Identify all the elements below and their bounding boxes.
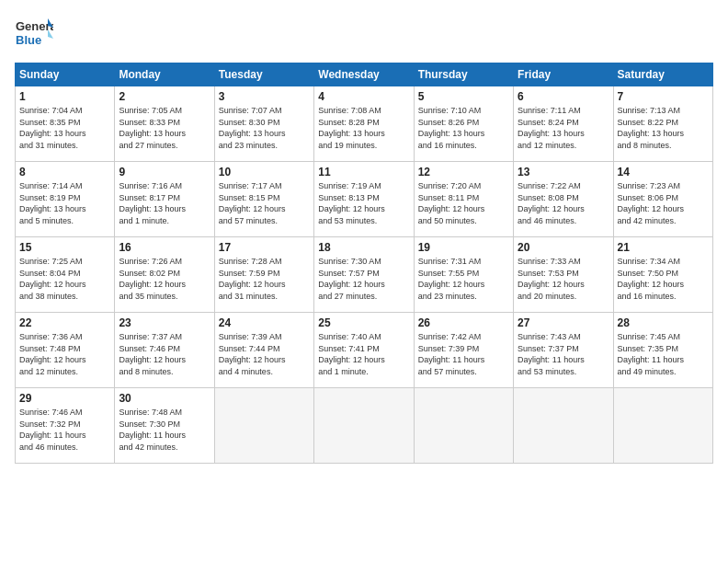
calendar-cell: 11Sunrise: 7:19 AM Sunset: 8:13 PM Dayli…	[314, 162, 414, 237]
day-number: 1	[19, 90, 110, 103]
day-number: 25	[318, 316, 409, 329]
day-info: Sunrise: 7:20 AM Sunset: 8:11 PM Dayligh…	[418, 180, 509, 226]
calendar-cell: 14Sunrise: 7:23 AM Sunset: 8:06 PM Dayli…	[613, 162, 712, 237]
weekday-header-row: SundayMondayTuesdayWednesdayThursdayFrid…	[16, 63, 713, 86]
weekday-header-monday: Monday	[115, 63, 214, 86]
calendar-cell: 1Sunrise: 7:04 AM Sunset: 8:35 PM Daylig…	[16, 86, 115, 162]
calendar-cell: 16Sunrise: 7:26 AM Sunset: 8:02 PM Dayli…	[115, 237, 214, 313]
day-number: 2	[119, 90, 210, 103]
calendar-cell: 5Sunrise: 7:10 AM Sunset: 8:26 PM Daylig…	[414, 86, 513, 162]
day-number: 5	[418, 90, 509, 103]
day-number: 6	[518, 90, 609, 103]
day-number: 24	[219, 316, 310, 329]
calendar-cell: 4Sunrise: 7:08 AM Sunset: 8:28 PM Daylig…	[314, 86, 414, 162]
day-number: 18	[318, 241, 409, 254]
day-info: Sunrise: 7:11 AM Sunset: 8:24 PM Dayligh…	[518, 105, 609, 151]
calendar-cell: 30Sunrise: 7:48 AM Sunset: 7:30 PM Dayli…	[115, 388, 214, 464]
day-info: Sunrise: 7:16 AM Sunset: 8:17 PM Dayligh…	[119, 180, 210, 226]
weekday-header-thursday: Thursday	[414, 63, 513, 86]
day-number: 14	[618, 166, 709, 178]
day-info: Sunrise: 7:17 AM Sunset: 8:15 PM Dayligh…	[219, 180, 310, 226]
day-number: 29	[19, 392, 110, 405]
calendar-cell: 2Sunrise: 7:05 AM Sunset: 8:33 PM Daylig…	[115, 86, 214, 162]
calendar-cell: 24Sunrise: 7:39 AM Sunset: 7:44 PM Dayli…	[214, 313, 313, 388]
calendar-cell: 23Sunrise: 7:37 AM Sunset: 7:46 PM Dayli…	[115, 313, 214, 388]
day-number: 7	[618, 90, 709, 103]
calendar-cell: 12Sunrise: 7:20 AM Sunset: 8:11 PM Dayli…	[414, 162, 513, 237]
weekday-header-friday: Friday	[514, 63, 613, 86]
day-info: Sunrise: 7:42 AM Sunset: 7:39 PM Dayligh…	[418, 331, 509, 377]
day-number: 19	[418, 241, 509, 254]
day-info: Sunrise: 7:30 AM Sunset: 7:57 PM Dayligh…	[318, 256, 409, 302]
day-info: Sunrise: 7:08 AM Sunset: 8:28 PM Dayligh…	[318, 105, 409, 151]
day-info: Sunrise: 7:14 AM Sunset: 8:19 PM Dayligh…	[19, 180, 110, 226]
calendar-cell: 7Sunrise: 7:13 AM Sunset: 8:22 PM Daylig…	[613, 86, 712, 162]
day-info: Sunrise: 7:26 AM Sunset: 8:02 PM Dayligh…	[119, 256, 210, 302]
week-row-1: 1Sunrise: 7:04 AM Sunset: 8:35 PM Daylig…	[16, 86, 713, 162]
week-row-4: 22Sunrise: 7:36 AM Sunset: 7:48 PM Dayli…	[16, 313, 713, 388]
calendar-cell: 18Sunrise: 7:30 AM Sunset: 7:57 PM Dayli…	[314, 237, 414, 313]
day-number: 15	[19, 241, 110, 254]
day-number: 23	[119, 316, 210, 329]
calendar-cell: 27Sunrise: 7:43 AM Sunset: 7:37 PM Dayli…	[514, 313, 613, 388]
day-info: Sunrise: 7:48 AM Sunset: 7:30 PM Dayligh…	[119, 407, 210, 453]
calendar-cell: 21Sunrise: 7:34 AM Sunset: 7:50 PM Dayli…	[613, 237, 712, 313]
svg-text:General: General	[16, 19, 53, 33]
calendar-cell: 9Sunrise: 7:16 AM Sunset: 8:17 PM Daylig…	[115, 162, 214, 237]
calendar-cell: 10Sunrise: 7:17 AM Sunset: 8:15 PM Dayli…	[214, 162, 313, 237]
day-info: Sunrise: 7:04 AM Sunset: 8:35 PM Dayligh…	[19, 105, 110, 151]
calendar-cell: 6Sunrise: 7:11 AM Sunset: 8:24 PM Daylig…	[514, 86, 613, 162]
weekday-header-sunday: Sunday	[16, 63, 115, 86]
day-info: Sunrise: 7:37 AM Sunset: 7:46 PM Dayligh…	[119, 331, 210, 377]
day-number: 11	[318, 166, 409, 178]
logo-container: General Blue	[15, 15, 53, 53]
day-info: Sunrise: 7:31 AM Sunset: 7:55 PM Dayligh…	[418, 256, 509, 302]
day-info: Sunrise: 7:25 AM Sunset: 8:04 PM Dayligh…	[19, 256, 110, 302]
day-number: 28	[618, 316, 709, 329]
day-number: 30	[119, 392, 210, 405]
week-row-5: 29Sunrise: 7:46 AM Sunset: 7:32 PM Dayli…	[16, 388, 713, 464]
day-info: Sunrise: 7:23 AM Sunset: 8:06 PM Dayligh…	[618, 180, 709, 226]
week-row-2: 8Sunrise: 7:14 AM Sunset: 8:19 PM Daylig…	[16, 162, 713, 237]
day-info: Sunrise: 7:07 AM Sunset: 8:30 PM Dayligh…	[219, 105, 310, 151]
day-number: 3	[219, 90, 310, 103]
logo: General Blue	[15, 15, 53, 53]
day-info: Sunrise: 7:13 AM Sunset: 8:22 PM Dayligh…	[618, 105, 709, 151]
calendar-cell: 26Sunrise: 7:42 AM Sunset: 7:39 PM Dayli…	[414, 313, 513, 388]
day-info: Sunrise: 7:39 AM Sunset: 7:44 PM Dayligh…	[219, 331, 310, 377]
calendar-table: SundayMondayTuesdayWednesdayThursdayFrid…	[15, 63, 713, 464]
calendar-cell: 19Sunrise: 7:31 AM Sunset: 7:55 PM Dayli…	[414, 237, 513, 313]
weekday-header-wednesday: Wednesday	[314, 63, 414, 86]
day-number: 22	[19, 316, 110, 329]
day-number: 21	[618, 241, 709, 254]
logo-svg: General Blue	[15, 15, 53, 53]
calendar-cell: 17Sunrise: 7:28 AM Sunset: 7:59 PM Dayli…	[214, 237, 313, 313]
day-info: Sunrise: 7:05 AM Sunset: 8:33 PM Dayligh…	[119, 105, 210, 151]
day-info: Sunrise: 7:36 AM Sunset: 7:48 PM Dayligh…	[19, 331, 110, 377]
calendar-cell	[214, 388, 313, 464]
day-info: Sunrise: 7:19 AM Sunset: 8:13 PM Dayligh…	[318, 180, 409, 226]
calendar-cell	[514, 388, 613, 464]
day-number: 9	[119, 166, 210, 178]
day-number: 16	[119, 241, 210, 254]
calendar-cell	[414, 388, 513, 464]
calendar-cell: 28Sunrise: 7:45 AM Sunset: 7:35 PM Dayli…	[613, 313, 712, 388]
page-header: General Blue	[15, 15, 713, 53]
day-number: 17	[219, 241, 310, 254]
calendar-cell	[314, 388, 414, 464]
day-number: 4	[318, 90, 409, 103]
day-number: 20	[518, 241, 609, 254]
svg-text:Blue: Blue	[16, 33, 41, 47]
day-number: 26	[418, 316, 509, 329]
calendar-cell: 25Sunrise: 7:40 AM Sunset: 7:41 PM Dayli…	[314, 313, 414, 388]
day-number: 27	[518, 316, 609, 329]
weekday-header-saturday: Saturday	[613, 63, 712, 86]
calendar-cell: 3Sunrise: 7:07 AM Sunset: 8:30 PM Daylig…	[214, 86, 313, 162]
calendar-cell: 20Sunrise: 7:33 AM Sunset: 7:53 PM Dayli…	[514, 237, 613, 313]
day-info: Sunrise: 7:28 AM Sunset: 7:59 PM Dayligh…	[219, 256, 310, 302]
day-number: 10	[219, 166, 310, 178]
day-info: Sunrise: 7:45 AM Sunset: 7:35 PM Dayligh…	[618, 331, 709, 377]
day-info: Sunrise: 7:40 AM Sunset: 7:41 PM Dayligh…	[318, 331, 409, 377]
week-row-3: 15Sunrise: 7:25 AM Sunset: 8:04 PM Dayli…	[16, 237, 713, 313]
day-info: Sunrise: 7:46 AM Sunset: 7:32 PM Dayligh…	[19, 407, 110, 453]
